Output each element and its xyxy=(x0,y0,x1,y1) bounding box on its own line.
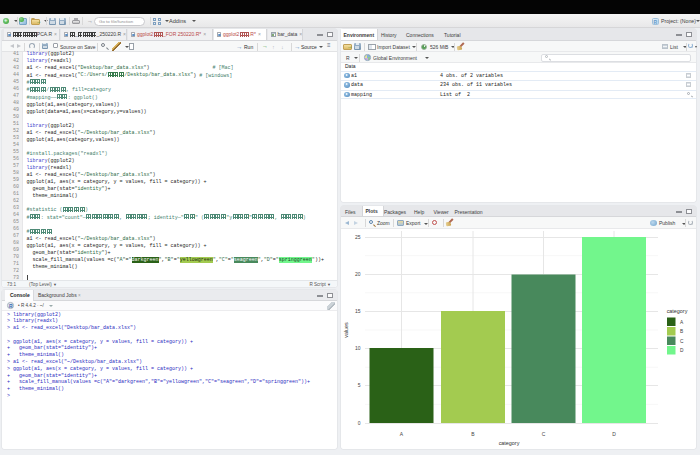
svg-text:A: A xyxy=(400,431,404,437)
svg-text:A: A xyxy=(680,320,684,325)
svg-text:10: 10 xyxy=(355,345,361,351)
svg-text:values: values xyxy=(343,322,349,338)
svg-text:category: category xyxy=(667,308,688,314)
svg-text:5: 5 xyxy=(358,382,361,388)
svg-text:B: B xyxy=(680,329,683,334)
svg-text:category: category xyxy=(499,440,520,446)
svg-text:B: B xyxy=(471,431,475,437)
svg-text:D: D xyxy=(612,431,616,437)
svg-text:0: 0 xyxy=(358,420,361,426)
svg-text:25: 25 xyxy=(355,234,361,240)
svg-text:C: C xyxy=(542,431,546,437)
svg-text:C: C xyxy=(680,339,684,344)
svg-text:D: D xyxy=(680,348,684,353)
svg-text:20: 20 xyxy=(355,271,361,277)
svg-text:15: 15 xyxy=(355,308,361,314)
